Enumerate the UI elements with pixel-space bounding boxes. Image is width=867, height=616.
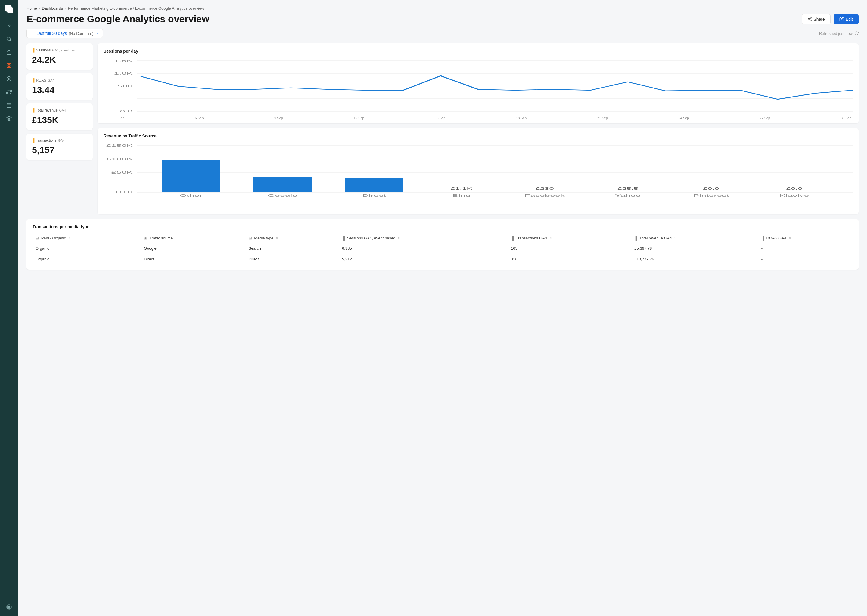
- svg-text:Yahoo: Yahoo: [615, 194, 641, 198]
- header-actions: Share Edit: [802, 14, 859, 24]
- breadcrumb-home[interactable]: Home: [27, 6, 37, 11]
- sessions-chart-title: Sessions per day: [104, 49, 853, 53]
- col-badge-transactions: GA4: [539, 236, 547, 240]
- sort-icon-paid-organic[interactable]: ⇅: [68, 237, 71, 240]
- cell-traffic-source-1: Direct: [141, 254, 246, 265]
- metric-value-sessions: 24.2K: [32, 55, 87, 65]
- bar-yahoo: [603, 192, 653, 192]
- col-traffic-source[interactable]: ⊞ Traffic source ⇅: [141, 233, 246, 243]
- svg-rect-2: [7, 63, 8, 65]
- filter-bar: Last full 30 days (No Compare) Refreshed…: [27, 29, 859, 38]
- sidebar-layers-button[interactable]: [4, 113, 14, 124]
- col-icon-media-type: ⊞: [249, 236, 252, 240]
- col-icon-traffic-source: ⊞: [144, 236, 147, 240]
- metric-value-transactions: 5,157: [32, 145, 87, 155]
- sort-icon-total-revenue[interactable]: ⇅: [674, 237, 676, 240]
- sidebar-collapse-button[interactable]: [4, 20, 14, 31]
- svg-text:£230: £230: [535, 187, 553, 190]
- sidebar-dashboard-button[interactable]: [4, 60, 14, 71]
- edit-label: Edit: [846, 17, 853, 22]
- svg-rect-8: [7, 104, 11, 108]
- svg-text:£0.0: £0.0: [115, 190, 133, 194]
- metric-name-sessions: Sessions: [36, 48, 51, 52]
- metric-card-roas: ▐ ROAS GA4 13.44: [27, 73, 93, 100]
- date-range-label: Last full 30 days: [36, 31, 67, 36]
- breadcrumb-sep-1: ›: [39, 6, 40, 11]
- col-icon-sessions: ▐: [342, 236, 345, 240]
- share-label: Share: [814, 17, 825, 22]
- col-sessions[interactable]: ▐ Sessions GA4, event based ⇅: [339, 233, 508, 243]
- svg-point-13: [8, 607, 10, 608]
- col-label-total-revenue: Total revenue: [639, 236, 663, 240]
- sidebar-search-button[interactable]: [4, 34, 14, 44]
- bar-chart-icon-revenue: ▐: [32, 108, 35, 113]
- sort-icon-transactions[interactable]: ⇅: [549, 237, 552, 240]
- svg-text:Pinterest: Pinterest: [693, 194, 730, 198]
- table-row: Organic Direct Direct 5,312 316 £10,777.…: [33, 254, 853, 265]
- breadcrumb: Home › Dashboards › Performance Marketin…: [27, 6, 859, 11]
- svg-text:£25.5: £25.5: [618, 187, 638, 190]
- sidebar: [0, 0, 18, 616]
- col-label-transactions: Transactions: [516, 236, 538, 240]
- sidebar-schedule-button[interactable]: [4, 100, 14, 111]
- col-label-traffic-source: Traffic source: [149, 236, 173, 240]
- metric-value-revenue: £135K: [32, 115, 87, 125]
- sessions-chart-card: Sessions per day 1.5K 1.0K 500 0.0: [98, 43, 859, 123]
- sidebar-settings-button[interactable]: [4, 602, 14, 612]
- sort-icon-media-type[interactable]: ⇅: [276, 237, 278, 240]
- svg-text:Other: Other: [180, 194, 203, 198]
- table-row: Organic Google Search 6,385 165 £5,397.7…: [33, 243, 853, 254]
- sort-icon-roas[interactable]: ⇅: [789, 237, 791, 240]
- sidebar-compass-button[interactable]: [4, 73, 14, 84]
- svg-rect-4: [7, 66, 8, 68]
- page-header: E-commerce Google Analytics overview Sha…: [27, 14, 859, 25]
- breadcrumb-current: Performance Marketing E-commerce / E-com…: [68, 6, 204, 11]
- breadcrumb-dashboards[interactable]: Dashboards: [42, 6, 63, 11]
- x-label-5: 15 Sep: [435, 116, 446, 120]
- metric-badge-sessions: GA4, event bas: [52, 49, 75, 52]
- cell-roas-0: -: [758, 243, 853, 254]
- metric-card-sessions: ▐ Sessions GA4, event bas 24.2K: [27, 43, 93, 70]
- col-label-media-type: Media type: [254, 236, 273, 240]
- svg-point-6: [7, 77, 11, 81]
- col-icon-paid-organic: ⊞: [36, 236, 39, 240]
- revenue-chart-title: Revenue by Traffic Source: [104, 134, 853, 138]
- x-label-8: 24 Sep: [679, 116, 689, 120]
- col-media-type[interactable]: ⊞ Media type ⇅: [246, 233, 339, 243]
- table-title: Transactions per media type: [33, 225, 853, 229]
- svg-point-0: [7, 37, 11, 41]
- date-filter[interactable]: Last full 30 days (No Compare): [27, 29, 103, 38]
- sort-icon-sessions[interactable]: ⇅: [398, 237, 400, 240]
- bar-bing: [437, 192, 487, 192]
- col-badge-roas: GA4: [779, 236, 786, 240]
- x-label-4: 12 Sep: [354, 116, 364, 120]
- app-logo[interactable]: [4, 4, 14, 14]
- svg-text:500: 500: [117, 84, 133, 88]
- bar-facebook: [520, 192, 569, 192]
- svg-text:£50K: £50K: [111, 171, 133, 174]
- metric-badge-roas: GA4: [48, 79, 55, 82]
- col-paid-organic[interactable]: ⊞ Paid / Organic ⇅: [33, 233, 141, 243]
- svg-text:Klaviyo: Klaviyo: [779, 194, 809, 198]
- metric-badge-revenue: GA4: [59, 108, 66, 112]
- sort-icon-traffic-source[interactable]: ⇅: [175, 237, 178, 240]
- share-button[interactable]: Share: [802, 14, 831, 24]
- svg-text:1.5K: 1.5K: [114, 59, 133, 63]
- edit-button[interactable]: Edit: [834, 14, 859, 24]
- metric-label-roas: ▐ ROAS GA4: [32, 78, 87, 82]
- col-transactions[interactable]: ▐ Transactions GA4 ⇅: [508, 233, 631, 243]
- svg-text:£0.0: £0.0: [786, 187, 802, 190]
- bar-google: [254, 177, 312, 192]
- cell-paid-organic-1: Organic: [33, 254, 141, 265]
- x-label-9: 27 Sep: [760, 116, 770, 120]
- compare-label: (No Compare): [69, 31, 93, 36]
- svg-text:Google: Google: [268, 194, 297, 198]
- col-roas[interactable]: ▐ ROAS GA4 ⇅: [758, 233, 853, 243]
- sidebar-sync-button[interactable]: [4, 86, 14, 97]
- metric-name-revenue: Total revenue: [36, 108, 58, 113]
- col-total-revenue[interactable]: ▐ Total revenue GA4 ⇅: [631, 233, 758, 243]
- cell-sessions-1: 5,312: [339, 254, 508, 265]
- x-label-10: 30 Sep: [841, 116, 851, 120]
- col-icon-roas: ▐: [761, 236, 764, 240]
- sidebar-home-button[interactable]: [4, 47, 14, 58]
